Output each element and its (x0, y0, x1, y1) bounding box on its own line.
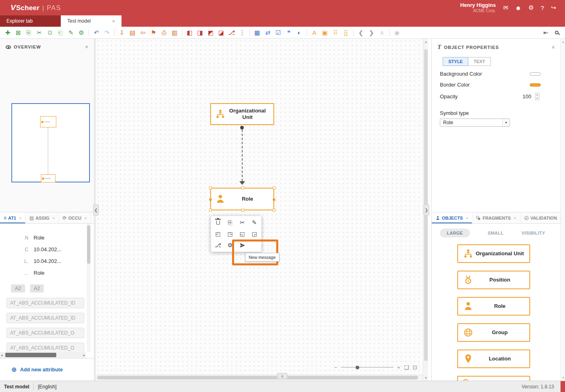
settings-gear-icon[interactable]: ⚙ (224, 239, 236, 251)
tab-explorer[interactable]: Explorer tab (0, 15, 61, 27)
paste-icon[interactable]: ⎗ (55, 27, 66, 38)
logout-icon[interactable]: ↪ (551, 4, 556, 11)
connection-point[interactable] (209, 198, 212, 201)
nav-up-icon[interactable]: ∧ (377, 27, 387, 38)
dots-grid-icon[interactable]: ⠿ (330, 27, 341, 38)
connection-point[interactable] (273, 198, 275, 201)
close-icon[interactable]: × (19, 216, 21, 220)
attribute-badge[interactable]: A2 (11, 284, 25, 292)
zoom-slider[interactable] (341, 367, 394, 368)
scroll-down-icon[interactable]: ▾ (423, 376, 429, 380)
resize-handle[interactable] (241, 186, 244, 189)
model-settings-icon[interactable]: ⚙ (76, 27, 87, 38)
attribute-field[interactable]: AT_ABS_ACCUMULATED_O (6, 343, 84, 352)
tab-occurrences[interactable]: ⟳ OCCU × (59, 212, 91, 223)
attribute-row[interactable]: N Role (0, 232, 86, 244)
scrollbar-thumb[interactable] (87, 225, 90, 264)
text-format-icon[interactable]: A (309, 27, 320, 38)
attribute-field[interactable]: AT_ABS_ACCUMULATED_ID (6, 313, 84, 323)
ungroup-icon[interactable]: ◨ (195, 27, 205, 38)
attribute-row[interactable]: ... Role (0, 267, 86, 279)
right-panel-scrollbar[interactable]: ▴ ▾ (561, 39, 565, 381)
subtab-large[interactable]: LARGE (440, 229, 470, 237)
paste-top-right-icon[interactable]: ◳ (224, 228, 236, 239)
user-icon[interactable]: ☻ (515, 4, 522, 11)
palette-item-partial[interactable] (457, 376, 530, 381)
pin-icon[interactable]: ⚑ (148, 27, 159, 38)
image-icon[interactable]: ▣ (320, 27, 330, 38)
close-icon[interactable]: × (552, 44, 555, 51)
help-icon[interactable]: ? (541, 4, 544, 11)
tab-style[interactable]: STYLE (443, 57, 468, 66)
scrollbar-thumb[interactable] (5, 353, 56, 357)
checkbox-icon[interactable]: ☑ (273, 27, 284, 38)
close-icon[interactable]: × (514, 216, 516, 220)
inbox-icon[interactable]: ✉ (503, 4, 508, 11)
scroll-down-icon[interactable]: ▾ (561, 376, 565, 379)
palette-item[interactable]: Position (457, 271, 530, 289)
attributes-horizontal-scrollbar[interactable]: ◂ ▸ (0, 352, 86, 358)
save-doc-icon[interactable]: ▤ (127, 27, 138, 38)
resize-handle[interactable] (209, 209, 212, 212)
search-icon[interactable] (555, 31, 559, 34)
attribute-field[interactable]: AT_ABS_ACCUMULATED_O (6, 328, 84, 338)
connector-line[interactable] (242, 129, 243, 181)
collapse-right-panel-button[interactable]: ❯ (424, 204, 429, 216)
delete-icon[interactable] (212, 217, 224, 228)
new-message-icon[interactable] (236, 239, 248, 251)
export-doc-icon[interactable]: ⇩ (117, 27, 127, 38)
attribute-badge[interactable]: A2 (30, 284, 44, 292)
subtab-small[interactable]: SMALL (488, 231, 503, 235)
edit-pen-icon[interactable]: ✎ (248, 217, 260, 228)
close-icon[interactable]: × (85, 44, 88, 50)
nav-next-icon[interactable]: ❯ (366, 27, 377, 38)
scroll-up-icon[interactable]: ▴ (423, 40, 429, 44)
tab-text[interactable]: TEXT (468, 57, 490, 66)
status-language[interactable]: [English] (38, 384, 56, 390)
copy-icon[interactable]: ⎘ (224, 217, 236, 228)
node-organizational-unit[interactable]: Organizational Unit (210, 103, 274, 125)
paste-bottom-left-icon[interactable]: ◱ (236, 228, 248, 239)
node-role-selected[interactable]: Role (210, 188, 274, 210)
dots-grid-dense-icon[interactable]: ⣿ (341, 27, 351, 38)
duplicate-icon[interactable]: ⧉ (45, 27, 55, 38)
tab-attributes[interactable]: ≡ AT1 × (0, 212, 26, 223)
copy-icon[interactable]: ⎘ (23, 27, 34, 38)
resize-handle[interactable] (273, 209, 275, 212)
palette-item[interactable]: Role (457, 297, 530, 316)
more-kebab-icon[interactable]: ⋮ (237, 27, 247, 38)
tab-fragments[interactable]: FRAGMENTS × (472, 212, 520, 223)
palette-item[interactable]: Group (457, 323, 530, 342)
attribute-row[interactable]: C 10.04.202... (0, 244, 86, 255)
edit-pen-icon[interactable]: ✎ (66, 27, 76, 38)
scroll-up-icon[interactable]: ▴ (561, 40, 565, 44)
attributes-vertical-scrollbar[interactable] (87, 224, 91, 352)
grid-icon[interactable]: ▦ (252, 27, 262, 38)
user-menu[interactable]: Henry Higgins ACME Corp. (460, 2, 496, 13)
settings-gear-icon[interactable]: ⚙ (529, 4, 534, 11)
snapshot-icon[interactable]: ◉ (392, 27, 402, 38)
align-icon[interactable]: ⇄ (262, 27, 273, 38)
chevron-down-icon[interactable]: ▼ (502, 119, 510, 126)
collapse-bottom-button[interactable]: ∧ (277, 373, 288, 379)
hierarchy-icon[interactable]: ⎇ (212, 239, 224, 251)
tab-assignments[interactable]: ▤ ASSIG × (26, 212, 59, 223)
close-icon[interactable]: × (98, 18, 115, 24)
redo-icon[interactable]: ↷ (102, 27, 112, 38)
palette-item[interactable]: Organizational Unit (457, 244, 530, 263)
resize-handle[interactable] (273, 186, 275, 189)
nav-prev-icon[interactable]: ❮ (356, 27, 366, 38)
tab-test-model[interactable]: Test model × (61, 15, 122, 27)
fit-view-icon[interactable]: ⊡ (413, 364, 418, 371)
hierarchy-icon[interactable]: ⎇ (226, 27, 237, 38)
symbol-type-dropdown[interactable]: Role ▼ (440, 119, 510, 127)
undo-icon[interactable]: ↶ (91, 27, 102, 38)
zoom-out-button[interactable]: − (334, 364, 337, 371)
zoom-slider-handle[interactable] (356, 366, 359, 369)
collapse-left-panel-button[interactable]: ❮ (93, 204, 99, 216)
background-color-swatch[interactable] (530, 72, 541, 76)
cut-icon[interactable]: ✂ (34, 27, 45, 38)
stepper-down-icon[interactable]: ▾ (535, 97, 539, 100)
group-icon[interactable]: ◧ (184, 27, 195, 38)
send-back-icon[interactable]: ◪ (216, 27, 226, 38)
